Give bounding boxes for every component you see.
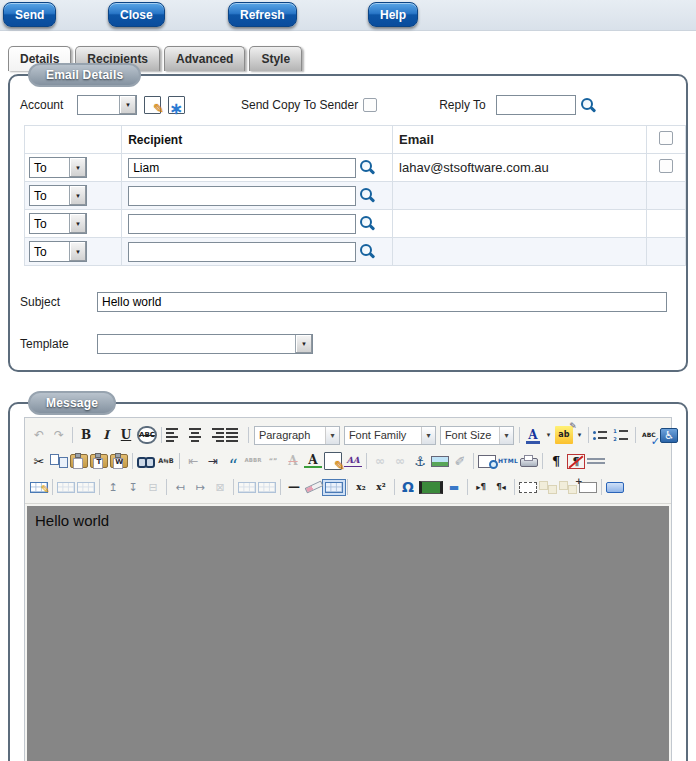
underline-icon[interactable]: U <box>117 426 135 444</box>
recipient-search-icon[interactable] <box>358 242 377 261</box>
outdent-icon[interactable]: ⇤ <box>184 452 202 470</box>
insert-col-after-icon[interactable]: ↦ <box>191 478 209 496</box>
align-justify-icon[interactable] <box>226 426 244 444</box>
copy-icon[interactable] <box>50 454 68 468</box>
blockquote-icon[interactable]: “ <box>224 452 242 470</box>
bullet-list-icon[interactable] <box>593 426 611 444</box>
link-icon[interactable]: ∞ <box>371 452 389 470</box>
image-icon[interactable] <box>431 456 449 467</box>
recipient-search-icon[interactable] <box>358 158 377 177</box>
redo-icon[interactable]: ↷ <box>50 426 68 444</box>
table-cell-props-icon[interactable] <box>77 482 95 493</box>
numbered-list-icon[interactable] <box>613 426 631 444</box>
split-cells-icon[interactable] <box>238 482 256 493</box>
undo-icon[interactable]: ↶ <box>30 426 48 444</box>
print-icon[interactable] <box>520 458 538 467</box>
send-button[interactable]: Send <box>3 2 56 27</box>
reply-to-search-icon[interactable] <box>579 96 598 115</box>
tab-style[interactable]: Style <box>249 46 302 71</box>
del-icon[interactable]: A <box>284 452 302 470</box>
insert-table-icon[interactable] <box>30 482 48 493</box>
recipient-type-select[interactable]: To <box>29 157 87 178</box>
show-blocks-icon[interactable]: ¶ <box>547 452 565 470</box>
paste-word-icon[interactable]: W <box>110 454 128 468</box>
media-icon[interactable] <box>419 481 443 494</box>
absolute-position-icon[interactable] <box>579 482 597 493</box>
table-row-props-icon[interactable] <box>57 482 75 493</box>
html-icon[interactable]: HTML <box>498 452 518 470</box>
forecolor-arrow-icon[interactable]: ▾ <box>544 426 553 444</box>
subject-input[interactable] <box>97 292 667 312</box>
close-button[interactable]: Close <box>108 2 165 27</box>
insert-row-before-icon[interactable]: ↥ <box>104 478 122 496</box>
account-select[interactable] <box>77 95 137 115</box>
delete-col-icon[interactable]: ⊠ <box>211 478 229 496</box>
quotes-icon[interactable]: “” <box>264 452 282 470</box>
fullscreen-icon[interactable] <box>606 482 624 493</box>
visual-chars-icon[interactable]: ¶ <box>567 454 585 469</box>
italic-icon[interactable]: I <box>97 426 115 444</box>
recipient-type-select[interactable]: To <box>29 185 87 206</box>
merge-cells-icon[interactable] <box>258 482 276 493</box>
delete-row-icon[interactable]: ⊟ <box>144 478 162 496</box>
new-account-icon[interactable] <box>168 96 185 114</box>
paste-icon[interactable] <box>70 454 88 468</box>
template-select[interactable] <box>97 334 313 354</box>
spellcheck-icon[interactable]: ABC <box>640 426 658 444</box>
subscript-icon[interactable]: x₂ <box>352 478 370 496</box>
recipient-search-icon[interactable] <box>358 214 377 233</box>
editor-body[interactable]: Hello world <box>27 506 669 761</box>
insert-col-before-icon[interactable]: ↤ <box>171 478 189 496</box>
accessibility-check-icon[interactable]: ♿ <box>660 428 678 443</box>
cleanup-icon[interactable]: ✐ <box>451 452 469 470</box>
style-props-icon[interactable]: AA <box>344 455 362 467</box>
find-icon[interactable] <box>137 456 155 467</box>
recipient-input[interactable] <box>128 242 356 262</box>
find-replace-icon[interactable]: A⇆B <box>157 452 175 470</box>
attributes-icon[interactable] <box>324 452 342 470</box>
anchor-icon[interactable]: ⚓ <box>411 452 429 470</box>
insert-row-after-icon[interactable]: ↧ <box>124 478 142 496</box>
refresh-button[interactable]: Refresh <box>228 2 297 27</box>
page-break-icon[interactable] <box>587 458 605 464</box>
special-char-icon[interactable]: Ω <box>399 478 417 496</box>
recipient-checkbox[interactable] <box>659 159 673 173</box>
indent-icon[interactable]: ⇥ <box>204 452 222 470</box>
horizontal-rule-icon[interactable]: — <box>285 478 303 496</box>
superscript-icon[interactable]: x² <box>372 478 390 496</box>
visual-aid-icon[interactable] <box>325 482 343 493</box>
recipient-type-select[interactable]: To <box>29 241 87 262</box>
preview-icon[interactable] <box>478 455 496 468</box>
recipient-input[interactable] <box>128 158 356 178</box>
recipient-search-icon[interactable] <box>358 186 377 205</box>
align-left-icon[interactable] <box>166 426 184 444</box>
rtl-icon[interactable]: ¶◂ <box>492 478 510 496</box>
reply-to-input[interactable] <box>496 95 576 115</box>
send-copy-checkbox[interactable] <box>363 98 377 112</box>
help-button[interactable]: Help <box>368 2 418 27</box>
abbr-icon[interactable]: ABBR <box>244 452 262 470</box>
ltr-icon[interactable]: ▸¶ <box>472 478 490 496</box>
align-right-icon[interactable] <box>206 426 224 444</box>
recipient-input[interactable] <box>128 186 356 206</box>
insert-hr-icon[interactable]: ▬ <box>445 478 463 496</box>
edit-account-icon[interactable] <box>144 96 161 114</box>
bold-icon[interactable]: B <box>77 426 95 444</box>
backcolor-icon[interactable]: ab <box>555 426 573 444</box>
insert-layer-icon[interactable] <box>519 482 537 493</box>
ins-icon[interactable]: A <box>304 454 322 468</box>
paste-text-icon[interactable]: T <box>90 454 108 468</box>
unlink-icon[interactable]: ∞ <box>391 452 409 470</box>
move-forward-icon[interactable] <box>539 481 557 494</box>
align-center-icon[interactable] <box>186 426 204 444</box>
paragraph-select[interactable]: Paragraph <box>254 426 340 445</box>
cut-icon[interactable]: ✂ <box>30 452 48 470</box>
recipient-input[interactable] <box>128 214 356 234</box>
tab-advanced[interactable]: Advanced <box>164 46 245 71</box>
strikethrough-icon[interactable]: ABC <box>137 426 157 444</box>
remove-format-icon[interactable] <box>305 480 324 493</box>
font-size-select[interactable]: Font Size <box>440 426 514 445</box>
select-all-checkbox[interactable] <box>659 131 673 145</box>
recipient-type-select[interactable]: To <box>29 213 87 234</box>
forecolor-icon[interactable]: A <box>524 426 542 444</box>
